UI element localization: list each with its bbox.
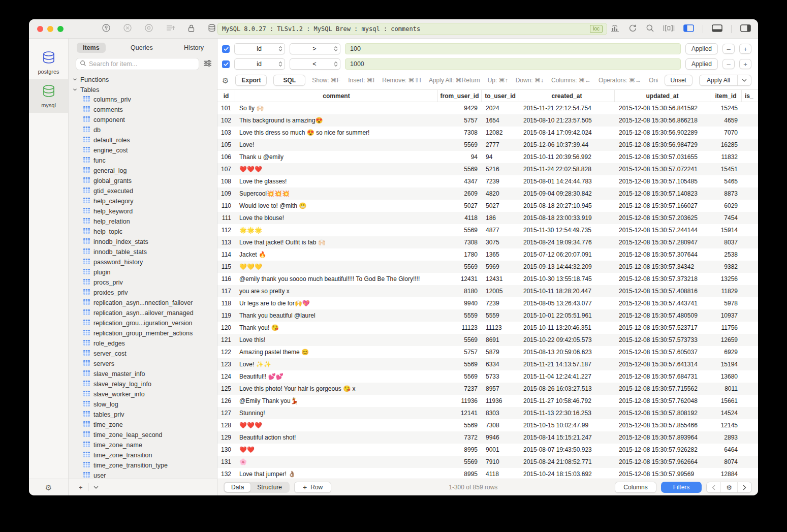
- tree-item-table[interactable]: comments: [69, 105, 217, 115]
- cell-item-id[interactable]: 15451: [710, 163, 742, 175]
- cell-id[interactable]: 103: [217, 127, 235, 139]
- cell-to-user-id[interactable]: 2777: [482, 139, 519, 151]
- cell-is-[interactable]: [742, 383, 758, 395]
- cell-created-at[interactable]: 2015-10-22 09:42:05.573: [519, 334, 615, 346]
- cell-is-[interactable]: [742, 261, 758, 273]
- cell-item-id[interactable]: 6464: [710, 444, 742, 456]
- tree-item-table[interactable]: replication_asyn...nnection_failover: [69, 298, 217, 308]
- cell-updated-at[interactable]: 2015-12-08 15:30:57.808192: [615, 407, 710, 419]
- tree-item-table[interactable]: component: [69, 115, 217, 125]
- table-row[interactable]: 114Jacket 🔥178013652015-07-12 06:20:07.0…: [217, 248, 758, 261]
- cell-from-user-id[interactable]: 5569: [438, 419, 482, 431]
- cell-item-id[interactable]: 13256: [710, 273, 742, 285]
- cell-is-[interactable]: [742, 407, 758, 419]
- cell-to-user-id[interactable]: 8303: [482, 407, 519, 419]
- next-page-icon[interactable]: [737, 482, 751, 492]
- watch-icon[interactable]: [144, 23, 153, 35]
- tree-item-table[interactable]: func: [69, 155, 217, 166]
- cell-from-user-id[interactable]: 5569: [438, 456, 482, 468]
- toggle-right-panel-icon[interactable]: [740, 24, 751, 34]
- tree-item-table[interactable]: proxies_priv: [69, 288, 217, 298]
- table-row[interactable]: 110Would love to! @mith 😬502750272015-08…: [217, 200, 758, 212]
- cell-is-[interactable]: [742, 419, 758, 431]
- cell-from-user-id[interactable]: 7308: [438, 236, 482, 248]
- cell-is-[interactable]: [742, 468, 758, 479]
- columns-button[interactable]: Columns: [615, 482, 656, 493]
- filter-field-select[interactable]: id: [234, 58, 285, 70]
- cell-item-id[interactable]: 15661: [710, 395, 742, 407]
- tab-history[interactable]: History: [178, 43, 210, 53]
- filter-enabled-checkbox[interactable]: [222, 45, 230, 53]
- cell-item-id[interactable]: 12659: [710, 334, 742, 346]
- table-settings-gear-icon[interactable]: ⚙: [720, 482, 737, 492]
- cell-from-user-id[interactable]: 8995: [438, 468, 482, 479]
- cell-from-user-id[interactable]: 11936: [438, 395, 482, 407]
- search-icon[interactable]: [646, 24, 654, 35]
- cell-from-user-id[interactable]: 5569: [438, 139, 482, 151]
- cell-comment[interactable]: Love the glasses!: [235, 175, 438, 187]
- cell-to-user-id[interactable]: 3075: [482, 236, 519, 248]
- cell-id[interactable]: 114: [217, 248, 235, 261]
- cell-is-[interactable]: [742, 297, 758, 309]
- tree-item-table[interactable]: help_category: [69, 196, 217, 206]
- cell-updated-at[interactable]: 2015-12-08 15:30:57.031655: [615, 151, 710, 163]
- cell-is-[interactable]: [742, 273, 758, 285]
- tree-item-table[interactable]: time_zone_leap_second: [69, 430, 217, 440]
- column-header-updated-at[interactable]: updated_at: [615, 90, 710, 102]
- cell-to-user-id[interactable]: 4820: [482, 187, 519, 200]
- cell-item-id[interactable]: 4659: [710, 114, 742, 127]
- cell-updated-at[interactable]: 2015-12-08 15:30:57.926282: [615, 444, 710, 456]
- table-row[interactable]: 121Love this!556986912015-10-22 09:42:05…: [217, 334, 758, 346]
- tab-structure[interactable]: Structure: [250, 483, 289, 492]
- cell-to-user-id[interactable]: 11123: [482, 322, 519, 334]
- cell-from-user-id[interactable]: 5559: [438, 309, 482, 322]
- cell-updated-at[interactable]: 2015-12-08 15:30:57.280947: [615, 236, 710, 248]
- cell-to-user-id[interactable]: 1654: [482, 114, 519, 127]
- cell-is-[interactable]: [742, 187, 758, 200]
- filter-applied-button[interactable]: Applied: [685, 43, 718, 54]
- column-header-created-at[interactable]: created_at: [519, 90, 615, 102]
- cell-updated-at[interactable]: 2015-12-08 15:30:57.573733: [615, 334, 710, 346]
- tree-item-table[interactable]: slave_worker_info: [69, 389, 217, 399]
- cell-id[interactable]: 107: [217, 163, 235, 175]
- cell-id[interactable]: 109: [217, 187, 235, 200]
- cell-id[interactable]: 120: [217, 322, 235, 334]
- table-row[interactable]: 129Beautiful action shot!737299462015-08…: [217, 431, 758, 444]
- queue-icon[interactable]: [166, 24, 175, 35]
- cell-updated-at[interactable]: 2015-12-08 15:30:57.523717: [615, 322, 710, 334]
- cell-from-user-id[interactable]: 1780: [438, 248, 482, 261]
- cell-item-id[interactable]: 13680: [710, 370, 742, 383]
- cell-comment[interactable]: Love! ✨✨: [235, 358, 438, 370]
- cell-to-user-id[interactable]: 7239: [482, 297, 519, 309]
- tree-item-table[interactable]: slow_log: [69, 399, 217, 410]
- cell-from-user-id[interactable]: 11123: [438, 322, 482, 334]
- cell-updated-at[interactable]: 2015-12-08 15:30:57.105485: [615, 175, 710, 187]
- cell-from-user-id[interactable]: 94: [438, 151, 482, 163]
- cell-created-at[interactable]: 2015-10-30 13:55:18.745: [519, 273, 615, 285]
- cell-item-id[interactable]: 10937: [710, 309, 742, 322]
- cell-to-user-id[interactable]: 5969: [482, 261, 519, 273]
- cell-id[interactable]: 110: [217, 200, 235, 212]
- cell-from-user-id[interactable]: 5569: [438, 370, 482, 383]
- filter-settings-gear-icon[interactable]: ⚙: [222, 77, 229, 84]
- cell-to-user-id[interactable]: 8957: [482, 383, 519, 395]
- cell-updated-at[interactable]: 2015-12-08 15:30:57.307644: [615, 248, 710, 261]
- tree-item-table[interactable]: replication_group_member_actions: [69, 328, 217, 338]
- tree-item-table[interactable]: user: [69, 471, 217, 479]
- cell-is-[interactable]: [742, 236, 758, 248]
- cell-created-at[interactable]: 2015-10-11 18:28:20.447: [519, 285, 615, 297]
- cell-item-id[interactable]: 11756: [710, 322, 742, 334]
- table-row[interactable]: 115💛💛💛556959692015-09-13 14:44:32.209201…: [217, 261, 758, 273]
- cell-id[interactable]: 124: [217, 370, 235, 383]
- cell-created-at[interactable]: 2015-11-30 12:54:49.735: [519, 224, 615, 236]
- cell-comment[interactable]: you are so pretty x: [235, 285, 438, 297]
- table-row[interactable]: 117you are so pretty x8180120052015-10-1…: [217, 285, 758, 297]
- center-content-icon[interactable]: [663, 24, 675, 34]
- tree-item-table[interactable]: default_roles: [69, 135, 217, 145]
- table-row[interactable]: 125Love this photo! Your hair is gorgeou…: [217, 383, 758, 395]
- cell-id[interactable]: 123: [217, 358, 235, 370]
- cell-created-at[interactable]: 2015-08-18 23:00:33.919: [519, 212, 615, 224]
- table-row[interactable]: 122Amazing pastel theme 😊575758792015-08…: [217, 346, 758, 358]
- cell-updated-at[interactable]: 2015-12-08 15:30:57.408816: [615, 285, 710, 297]
- cell-comment[interactable]: 💛💛💛: [235, 261, 438, 273]
